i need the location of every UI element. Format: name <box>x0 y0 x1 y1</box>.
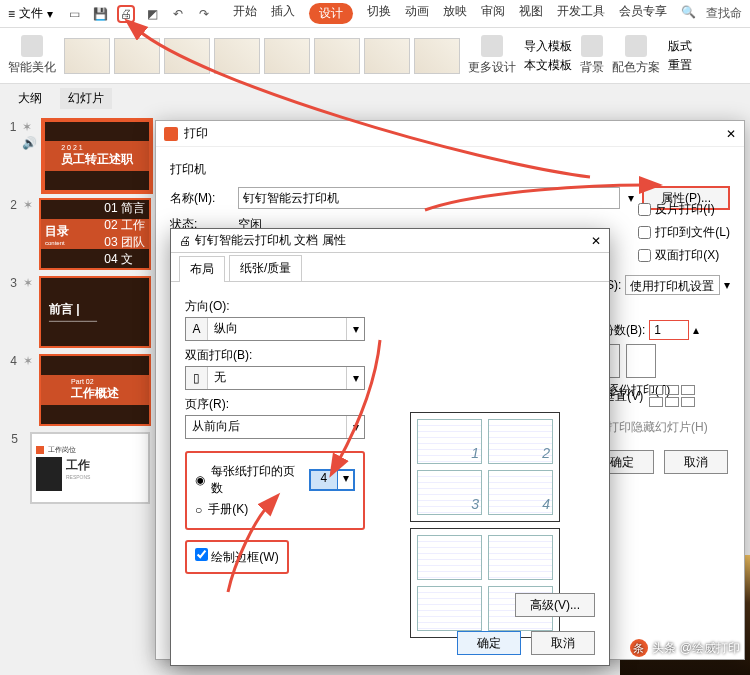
doc-icon[interactable]: ▭ <box>65 5 83 23</box>
undo-icon[interactable]: ↶ <box>169 5 187 23</box>
file-menu[interactable]: ≡ 文件 ▾ <box>8 5 53 22</box>
smart-beautify-button[interactable]: 智能美化 <box>8 35 56 76</box>
chevron-down-icon[interactable]: ▾ <box>337 471 353 489</box>
thumb-item[interactable]: 4 ✶ Part 02 工作概述 <box>4 354 151 426</box>
chevron-down-icon[interactable]: ▾ <box>346 416 364 438</box>
orientation-select[interactable]: A 纵向 ▾ <box>185 317 365 341</box>
tab-devtools[interactable]: 开发工具 <box>557 3 605 24</box>
reset-button[interactable]: 重置 <box>668 57 692 74</box>
slide-thumbnail-5[interactable]: 工作岗位 工作 RESPONS <box>30 432 150 504</box>
tab-slideshow[interactable]: 放映 <box>443 3 467 24</box>
print-dialog-title: 打印 <box>184 125 208 142</box>
import-template-button[interactable]: 导入模板 <box>524 38 572 55</box>
menubar-right: 🔍 查找命 <box>681 5 742 22</box>
printer-select[interactable]: 钉钉智能云打印机 <box>238 187 620 209</box>
thumb-item[interactable]: 5 工作岗位 工作 RESPONS <box>4 432 151 504</box>
props-left-column: 方向(O): A 纵向 ▾ 双面打印(B): ▯ 无 ▾ 页序(R): 从前向后… <box>185 292 365 644</box>
slide-thumbnails: 1 ✶🔊 2021 员工转正述职 2 ✶ 目录 content <box>0 84 155 675</box>
template-thumb[interactable] <box>364 38 410 74</box>
print-cancel-button[interactable]: 取消 <box>664 450 728 474</box>
thumb-item[interactable]: 1 ✶🔊 2021 员工转正述职 <box>4 120 151 192</box>
template-thumb[interactable] <box>164 38 210 74</box>
star-icon: ✶ <box>23 354 33 368</box>
close-icon[interactable]: ✕ <box>726 127 736 141</box>
thumb-item[interactable]: 3 ✶ 前言 | ━━━━━━━━━━━━━━━━ <box>4 276 151 348</box>
print-to-file-check[interactable]: 打印到文件(L) <box>638 224 730 241</box>
props-cancel-button[interactable]: 取消 <box>531 631 595 655</box>
print-icon[interactable]: 🖨 <box>117 5 135 23</box>
image-icon <box>581 35 603 57</box>
page-format-group: ◉ 每张纸打印的页数 4 ▾ ○ 手册(K) <box>185 451 365 530</box>
template-thumb[interactable] <box>214 38 260 74</box>
props-ok-button[interactable]: 确定 <box>457 631 521 655</box>
template-gallery[interactable] <box>64 38 460 74</box>
quick-access-toolbar: ▭ 💾 🖨 ◩ ↶ ↷ <box>65 5 213 23</box>
slide-thumbnail-2[interactable]: 目录 content 01 简言 02 工作 03 团队 04 文 <box>39 198 151 270</box>
portrait-icon: A <box>186 318 208 340</box>
ribbon: 智能美化 更多设计 导入模板 本文模板 背景 配色方案 版式 重置 <box>0 28 750 84</box>
watermark-author: @绘威打印 <box>680 640 740 657</box>
chevron-down-icon[interactable]: ▾ <box>346 367 364 389</box>
grid-icon <box>481 35 503 57</box>
thumb-item[interactable]: 2 ✶ 目录 content 01 简言 02 工作 03 团队 04 文 <box>4 198 151 270</box>
text-template-button[interactable]: 本文模板 <box>524 57 572 74</box>
palette-icon <box>625 35 647 57</box>
template-thumb[interactable] <box>64 38 110 74</box>
chevron-down-icon[interactable]: ▾ <box>346 318 364 340</box>
template-thumb[interactable] <box>314 38 360 74</box>
style-button[interactable]: 版式 <box>668 38 692 55</box>
search-text[interactable]: 查找命 <box>706 5 742 22</box>
preview-icon[interactable]: ◩ <box>143 5 161 23</box>
tab-animation[interactable]: 动画 <box>405 3 429 24</box>
layout-order-area: ○ 垂直(V) 打印隐藏幻灯片(H) 确定 取消 <box>590 381 730 474</box>
template-thumb[interactable] <box>114 38 160 74</box>
save-icon[interactable]: 💾 <box>91 5 109 23</box>
chevron-down-icon[interactable]: ▾ <box>724 278 730 292</box>
spin-up-icon[interactable]: ▴ <box>693 323 699 337</box>
chevron-down-icon[interactable]: ▾ <box>628 191 634 205</box>
copies-input[interactable] <box>649 320 689 340</box>
slide-thumbnail-4[interactable]: Part 02 工作概述 <box>39 354 151 426</box>
print-hidden-slides-check[interactable]: 打印隐藏幻灯片(H) <box>590 419 730 436</box>
pages-per-sheet-select[interactable]: 4 ▾ <box>309 469 355 491</box>
search-icon[interactable]: 🔍 <box>681 5 696 22</box>
tab-view[interactable]: 视图 <box>519 3 543 24</box>
draw-border-check[interactable]: 绘制边框(W) <box>195 550 279 564</box>
tab-insert[interactable]: 插入 <box>271 3 295 24</box>
page-order-select[interactable]: 从前向后 ▾ <box>185 415 365 439</box>
reverse-print-check[interactable]: 反片打印(I) <box>638 201 730 218</box>
template-thumb[interactable] <box>414 38 460 74</box>
copies-section-label: 数 <box>590 299 730 316</box>
printer-section-label: 打印机 <box>170 161 730 178</box>
tab-paper-quality[interactable]: 纸张/质量 <box>229 255 302 281</box>
duplex-select[interactable]: ▯ 无 ▾ <box>185 366 365 390</box>
duplex-print-check[interactable]: 双面打印(X) <box>638 247 730 264</box>
watermark: 条 头条 @绘威打印 <box>630 639 740 657</box>
slide-thumbnail-1[interactable]: 2021 员工转正述职 <box>43 120 151 192</box>
tab-start[interactable]: 开始 <box>233 3 257 24</box>
tab-transition[interactable]: 切换 <box>367 3 391 24</box>
tab-review[interactable]: 审阅 <box>481 3 505 24</box>
close-icon[interactable]: ✕ <box>591 234 601 248</box>
template-thumb[interactable] <box>264 38 310 74</box>
orientation-label: 方向(O): <box>185 298 365 315</box>
more-designs-button[interactable]: 更多设计 <box>468 35 516 76</box>
advanced-button[interactable]: 高级(V)... <box>515 593 595 617</box>
tab-layout[interactable]: 布局 <box>179 256 225 282</box>
star-icon: ✶ <box>22 120 37 134</box>
menubar: ≡ 文件 ▾ ▭ 💾 🖨 ◩ ↶ ↷ 开始 插入 设计 切换 动画 放映 审阅 … <box>0 0 750 28</box>
pages-per-sheet-radio[interactable]: ◉ 每张纸打印的页数 4 ▾ <box>195 463 355 497</box>
color-scheme-button[interactable]: 配色方案 <box>612 35 660 76</box>
paper-source-select[interactable]: 使用打印机设置 <box>625 275 720 295</box>
tab-member[interactable]: 会员专享 <box>619 3 667 24</box>
app-icon <box>164 127 178 141</box>
cube-icon <box>21 35 43 57</box>
printer-icon: 🖨 <box>179 234 191 248</box>
redo-icon[interactable]: ↷ <box>195 5 213 23</box>
tab-design[interactable]: 设计 <box>309 3 353 24</box>
background-button[interactable]: 背景 <box>580 35 604 76</box>
ribbon-tabs: 开始 插入 设计 切换 动画 放映 审阅 视图 开发工具 会员专享 <box>233 3 667 24</box>
slide-thumbnail-3[interactable]: 前言 | ━━━━━━━━━━━━━━━━ <box>39 276 151 348</box>
booklet-radio[interactable]: ○ 手册(K) <box>195 501 355 518</box>
watermark-prefix: 头条 <box>652 640 676 657</box>
